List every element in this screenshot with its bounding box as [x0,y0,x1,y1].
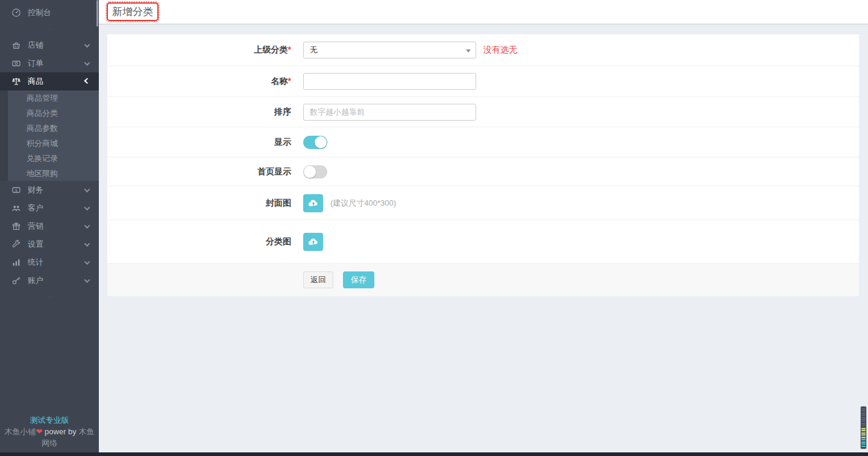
label-text: 显示 [274,137,291,147]
label-text: 封面图 [266,198,291,207]
label-text: 名称 [271,76,288,86]
page-title: 新增分类 [112,6,153,17]
dashboard-icon [11,8,21,18]
bottom-window-edge [0,452,868,456]
submenu-item-label: 商品参数 [27,123,58,134]
sidebar-item-marketing[interactable]: 营销 [0,217,99,235]
sidebar-item-customers[interactable]: 客户 [0,199,99,217]
chevron-left-icon [84,60,90,66]
size-hint: (建议尺寸400*300) [330,198,396,209]
sidebar-divider: ··· [0,22,99,36]
cloud-upload-icon [308,237,319,247]
submenu-item-region-limit[interactable]: 地区限购 [8,166,99,181]
sidebar-item-finance[interactable]: $ 财务 [0,181,99,199]
required-asterisk: * [288,45,291,54]
category-form-card: 上级分类* 无 没有选无 名称* 排序 显示 [107,34,859,296]
parent-category-select[interactable]: 无 [303,42,476,59]
scroll-map-widget[interactable] [860,406,867,449]
form-row-name: 名称* [107,66,859,97]
toggle-knob [304,166,316,178]
save-button[interactable]: 保存 [343,271,374,288]
sidebar-menu: 控制台 ··· 店铺 订单 商品 [0,0,99,304]
sidebar-item-label: 设置 [28,239,43,250]
sidebar-item-dashboard[interactable]: 控制台 [0,4,99,22]
wrench-icon [11,239,21,250]
required-asterisk: * [288,76,291,86]
sidebar-item-label: 商品 [28,76,43,87]
validation-note: 没有选无 [483,45,517,55]
display-toggle[interactable] [303,136,327,149]
chevron-left-icon [84,223,90,229]
submenu-item-label: 兑换记录 [27,153,58,164]
label-text: 上级分类 [254,45,288,54]
sidebar-item-goods[interactable]: 商品 [0,72,99,90]
brand-credit: 木鱼小铺❤ power by 木鱼网络 [0,426,99,449]
banknote-icon: $ [11,185,21,195]
sidebar: 控制台 ··· 店铺 订单 商品 [0,0,99,456]
form-row-parent-category: 上级分类* 无 没有选无 [107,34,859,66]
app-window: 控制台 ··· 店铺 订单 商品 [0,0,868,456]
field-label: 首页显示 [107,166,303,177]
sidebar-item-account[interactable]: 账户 [0,271,99,290]
name-input[interactable] [303,73,476,90]
label-text: 首页显示 [257,166,291,176]
submenu-item-goods-category[interactable]: 商品分类 [8,106,99,121]
sidebar-item-label: 店铺 [28,40,43,51]
form-actions: 返回 保存 [107,264,859,296]
category-image-upload-button[interactable] [303,233,323,251]
form-row-home-display: 首页显示 [107,157,859,186]
field-label: 排序 [107,107,303,118]
sidebar-item-label: 订单 [28,58,43,69]
scales-icon [11,77,21,87]
select-caret-icon [466,49,471,52]
scroll-map-yellow-stripes [861,428,866,437]
chevron-left-icon [84,204,90,211]
label-text: 分类图 [266,236,291,246]
cover-upload-button[interactable] [303,194,323,212]
submenu-item-goods-manage[interactable]: 商品管理 [8,90,99,106]
sidebar-item-label: 控制台 [28,7,51,18]
red-annotation-box: 新增分类 [107,2,159,21]
scroll-map-teal-stripes [861,437,866,448]
back-button[interactable]: 返回 [303,271,333,288]
field-label: 显示 [107,137,303,148]
users-icon [11,203,21,214]
scroll-map-gray-stripes [861,408,866,428]
brand-name: 木鱼小铺 [5,427,36,436]
sidebar-scrollbar-thumb[interactable] [96,0,98,27]
submenu-item-goods-params[interactable]: 商品参数 [8,121,99,136]
chevron-left-icon [84,42,90,48]
svg-text:$: $ [14,188,17,193]
sidebar-item-statistics[interactable]: 统计 [0,253,99,271]
label-text: 排序 [274,107,291,116]
selected-value: 无 [310,45,318,55]
submenu-item-points-mall[interactable]: 积分商城 [8,136,99,151]
home-display-toggle[interactable] [303,165,327,179]
form-row-category-image: 分类图 [107,220,859,264]
field-label: 名称* [107,76,303,87]
sidebar-item-label: 统计 [28,257,43,268]
key-icon [11,276,21,286]
sidebar-item-orders[interactable]: 订单 [0,54,99,72]
submenu-item-label: 地区限购 [27,168,58,179]
goods-submenu: 商品管理 商品分类 商品参数 积分商城 兑换记录 地区限购 [0,90,99,181]
chevron-down-icon [84,78,90,84]
sidebar-item-shop[interactable]: 店铺 [0,36,99,54]
page-content: 上级分类* 无 没有选无 名称* 排序 显示 [99,25,868,296]
chevron-left-icon [84,241,90,247]
money-icon [11,59,21,69]
main-area: 新增分类 上级分类* 无 没有选无 名称* 排序 [99,0,868,456]
form-row-cover-image: 封面图 (建议尺寸400*300) [107,186,859,220]
chevron-left-icon [84,186,90,192]
sidebar-item-settings[interactable]: 设置 [0,235,99,253]
form-row-sort: 排序 [107,97,859,127]
edition-link[interactable]: 测试专业版 [0,415,99,426]
sidebar-item-label: 财务 [28,185,43,195]
sort-input[interactable] [303,104,476,121]
sidebar-item-label: 营销 [28,221,43,232]
submenu-item-exchange-records[interactable]: 兑换记录 [8,151,99,166]
sidebar-footer: 测试专业版 木鱼小铺❤ power by 木鱼网络 [0,415,99,449]
cloud-upload-icon [308,198,319,208]
submenu-item-label: 积分商城 [27,138,58,149]
submenu-item-label: 商品分类 [27,108,58,119]
